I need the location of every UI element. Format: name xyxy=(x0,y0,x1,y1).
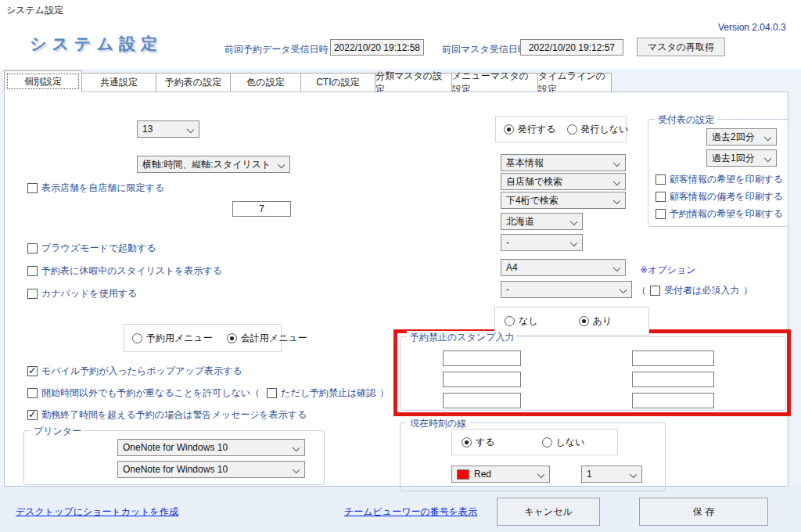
radio-comment-yes[interactable]: あり xyxy=(579,315,612,328)
checkbox-mobile-popup[interactable]: モバイル予約が入ったらポップアップ表示する xyxy=(27,365,242,378)
history-display-select[interactable]: 過去2回分 xyxy=(706,128,777,146)
visit-memo-select[interactable]: 過去1回分 xyxy=(706,149,777,167)
radio-label: 発行しない xyxy=(581,123,629,136)
checkbox-print-customer-hope[interactable]: 顧客情報の希望を印刷する xyxy=(656,173,783,186)
member-search-default-value: 自店舗で検索 xyxy=(506,175,562,189)
radio-icon xyxy=(504,124,514,135)
radio-reserve-menu[interactable]: 予約用メニュー xyxy=(132,332,213,345)
radio-label: 予約用メニュー xyxy=(146,332,213,345)
paren-open: （ xyxy=(637,284,646,297)
tab-reservation-table-settings[interactable]: 予約表の設定 xyxy=(156,73,231,92)
prefecture-value: 北海道 xyxy=(506,215,534,228)
radio-icon xyxy=(505,316,515,326)
color-swatch-red xyxy=(457,469,469,480)
chevron-down-icon xyxy=(613,178,620,185)
checkbox-limit-own-store[interactable]: 表示店舗を自店舗に限定する xyxy=(27,182,164,195)
stamp-group-legend: 予約禁止のスタンプ入力 xyxy=(407,331,517,344)
checkbox-icon xyxy=(27,289,38,299)
tab-menu-master-settings[interactable]: メニューマスタの設定 xyxy=(452,73,538,92)
version-label: Version 2.04.0.3 xyxy=(718,22,786,33)
checkbox-icon xyxy=(656,192,666,202)
stamp3-input[interactable] xyxy=(443,372,521,387)
tab-color-settings[interactable]: 色の設定 xyxy=(231,73,301,92)
checkbox-overtime-warning[interactable]: 勤務終了時間を超える予約の場合は警告メッセージを表示する xyxy=(27,408,307,422)
checkbox-icon xyxy=(27,183,38,193)
printer-name-select[interactable]: OneNote for Windows 10 xyxy=(117,439,305,456)
days-display-input[interactable] xyxy=(232,201,291,217)
radio-display-yes[interactable]: する xyxy=(462,436,495,449)
checkbox-show-vacation-stylist[interactable]: 予約表に休暇中のスタイリストを表示する xyxy=(27,264,222,278)
member-screen-select[interactable]: 基本情報 xyxy=(501,154,626,171)
stamp5-input[interactable] xyxy=(443,393,521,408)
radio-comment-none[interactable]: なし xyxy=(505,315,538,328)
line-width-value: 1 xyxy=(587,469,592,480)
chevron-down-icon xyxy=(764,134,771,141)
prefecture-select[interactable]: 北海道 xyxy=(501,213,583,230)
checkbox-label: モバイル予約が入ったらポップアップ表示する xyxy=(41,365,242,378)
radio-issue-no[interactable]: 発行しない xyxy=(567,123,629,136)
stamp2-input[interactable] xyxy=(632,350,714,366)
tab-label: 色の設定 xyxy=(246,76,284,89)
chevron-down-icon xyxy=(570,218,577,225)
checkbox-icon xyxy=(27,410,38,420)
city-select[interactable]: - xyxy=(501,234,583,251)
master-recv-label: 前回マスタ受信日時 xyxy=(442,43,527,56)
radio-issue-yes[interactable]: 発行する xyxy=(504,123,556,136)
tab-individual-settings[interactable]: 個別設定 xyxy=(4,70,82,92)
printer-name-value: OneNote for Windows 10 xyxy=(123,442,228,453)
page-title: システム設定 xyxy=(30,33,163,55)
tab-category-master-settings[interactable]: 分類マスタの設定 xyxy=(375,73,452,92)
tab-timeline-settings[interactable]: タイムラインの設定 xyxy=(538,73,612,92)
tab-common-settings[interactable]: 共通設定 xyxy=(82,73,156,92)
chevron-down-icon xyxy=(620,286,627,293)
radio-account-menu[interactable]: 会計用メニュー xyxy=(227,332,307,345)
receptionist-default-value: - xyxy=(506,284,509,295)
radio-icon xyxy=(542,437,552,448)
show-teamviewer-number-link[interactable]: チームビューワーの番号を表示 xyxy=(344,505,477,519)
receptionist-default-select[interactable]: - xyxy=(501,281,632,298)
save-button[interactable]: 保 存 xyxy=(639,498,768,526)
checkbox-print-reserve-hope[interactable]: 予約情報の希望を印刷する xyxy=(656,207,783,221)
radio-display-no[interactable]: しない xyxy=(542,436,585,449)
comment-radiogroup: なし あり xyxy=(494,307,649,336)
checkbox-label: 予約表に休暇中のスタイリストを表示する xyxy=(41,264,222,278)
checkbox-browse-mode[interactable]: ブラウズモードで起動する xyxy=(27,242,156,255)
checkbox-icon xyxy=(27,266,38,276)
stamp1-input[interactable] xyxy=(443,350,521,366)
checkbox-icon[interactable] xyxy=(267,388,277,398)
member-screen-value: 基本情報 xyxy=(506,156,544,170)
tab-label: 予約表の設定 xyxy=(165,76,221,89)
stamp4-input[interactable] xyxy=(632,372,714,387)
receipt-printer-select[interactable]: OneNote for Windows 10 xyxy=(117,461,305,478)
checkbox-label: 勤務終了時間を超える予約の場合は警告メッセージを表示する xyxy=(41,408,307,422)
layout-select[interactable]: 横軸:時間、縦軸:スタイリスト xyxy=(137,156,290,173)
chevron-down-icon xyxy=(613,264,620,271)
refetch-master-button[interactable]: マスタの再取得 xyxy=(637,38,725,56)
paper-size-select[interactable]: A4 xyxy=(501,259,626,276)
layout-value: 横軸:時間、縦軸:スタイリスト xyxy=(142,158,271,171)
create-shortcut-link[interactable]: デスクトップにショートカットを作成 xyxy=(16,505,178,519)
checkbox-print-customer-note[interactable]: 顧客情報の備考を印刷する xyxy=(656,190,783,203)
radio-icon xyxy=(567,124,577,135)
checkbox-use-kana-pad[interactable]: カナパッドを使用する xyxy=(27,287,137,300)
line-color-select[interactable]: Red xyxy=(451,466,550,483)
radio-label: 発行する xyxy=(518,123,556,136)
checkbox-label: ただし予約禁止は確認 xyxy=(281,386,375,400)
receipt-printer-value: OneNote for Windows 10 xyxy=(123,464,228,475)
chevron-down-icon xyxy=(293,444,300,451)
checkbox-icon xyxy=(27,366,38,376)
radio-icon xyxy=(462,437,472,448)
line-width-select[interactable]: 1 xyxy=(581,466,642,483)
barcode-radiogroup: 発行する 発行しない xyxy=(495,116,627,142)
cancel-button[interactable]: キャンセル xyxy=(497,498,600,526)
menu-default-radiogroup: 予約用メニュー 会計用メニュー xyxy=(124,324,282,352)
checkbox-no-overlap[interactable]: 開始時間以外でも予約が重なることを許可しない（ ただし予約禁止は確認 ） xyxy=(27,386,389,400)
member-search-default-select[interactable]: 自店舗で検索 xyxy=(501,173,626,190)
member-phone-select[interactable]: 下4桁で検索 xyxy=(501,192,626,209)
stamp6-input[interactable] xyxy=(632,393,714,408)
window-title: システム設定 xyxy=(6,4,63,17)
master-recv-datetime: 2022/10/20 19:12:57 xyxy=(520,39,623,56)
checkbox-icon[interactable] xyxy=(650,286,660,296)
tab-cti-settings[interactable]: CTIの設定 xyxy=(301,73,375,92)
terminal-no-select[interactable]: 13 xyxy=(137,120,199,138)
